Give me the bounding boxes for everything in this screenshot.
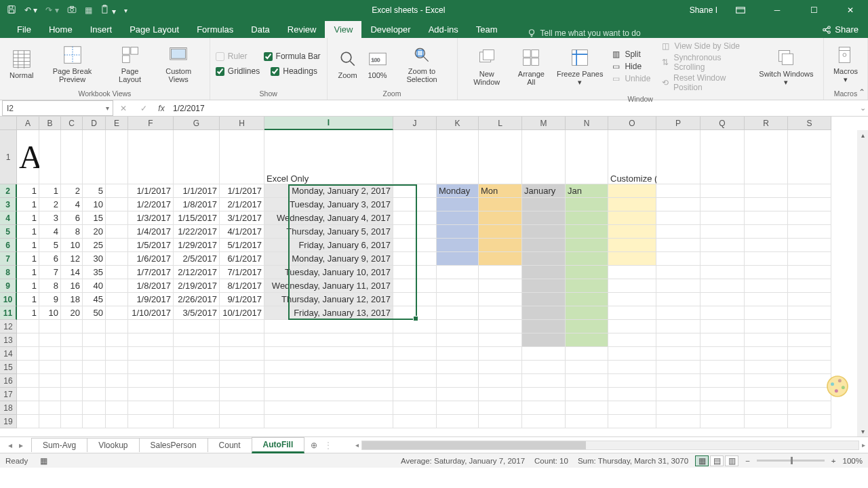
- cell[interactable]: 1: [17, 266, 39, 279]
- cell[interactable]: 1/1/2017: [174, 184, 220, 198]
- cell[interactable]: [701, 184, 745, 198]
- cell[interactable]: [745, 252, 788, 266]
- cell[interactable]: 1: [39, 184, 61, 198]
- cell[interactable]: [479, 279, 522, 293]
- cell[interactable]: [745, 184, 788, 198]
- freeze-panes-button[interactable]: Freeze Panes ▾: [552, 45, 608, 87]
- qat-icon[interactable]: ▦: [85, 5, 92, 15]
- cell[interactable]: [128, 388, 174, 401]
- share-button[interactable]: Share: [812, 21, 868, 38]
- sheet-tab-sum-avg[interactable]: Sum-Avg: [31, 438, 87, 452]
- row-header-6[interactable]: 6: [0, 239, 17, 252]
- cell[interactable]: 35: [83, 266, 106, 279]
- cell[interactable]: [745, 293, 788, 306]
- cell[interactable]: 4: [39, 225, 61, 239]
- cell[interactable]: [479, 266, 522, 279]
- cell[interactable]: 5/1/2017: [220, 239, 264, 252]
- cell[interactable]: [608, 361, 656, 374]
- cell[interactable]: [39, 388, 61, 401]
- cell[interactable]: [479, 333, 522, 347]
- cell[interactable]: [220, 347, 264, 361]
- cell[interactable]: [608, 306, 656, 320]
- cell[interactable]: [437, 388, 479, 401]
- cell[interactable]: [701, 306, 745, 320]
- cell[interactable]: 1: [17, 306, 39, 320]
- cell[interactable]: [522, 361, 566, 374]
- cell[interactable]: [745, 279, 788, 293]
- col-header-R[interactable]: R: [745, 117, 788, 130]
- scroll-down-icon[interactable]: ▾: [860, 426, 866, 436]
- cell[interactable]: 10: [61, 239, 83, 252]
- cell[interactable]: 10: [39, 306, 61, 320]
- cell[interactable]: 1/9/2017: [128, 293, 174, 306]
- cell[interactable]: [522, 225, 566, 239]
- cell[interactable]: [393, 333, 437, 347]
- cell[interactable]: [522, 279, 566, 293]
- col-header-M[interactable]: M: [522, 117, 566, 130]
- cell[interactable]: [437, 347, 479, 361]
- cell[interactable]: [128, 130, 174, 184]
- cell[interactable]: [566, 415, 608, 428]
- col-header-J[interactable]: J: [393, 117, 437, 130]
- cell[interactable]: [174, 361, 220, 374]
- row-header-12[interactable]: 12: [0, 320, 17, 333]
- cell[interactable]: [701, 279, 745, 293]
- view-page-break-icon[interactable]: ▥: [725, 455, 738, 466]
- cell[interactable]: [106, 130, 128, 184]
- cell[interactable]: 2: [39, 198, 61, 211]
- col-header-K[interactable]: K: [437, 117, 479, 130]
- cell[interactable]: [656, 415, 701, 428]
- cell[interactable]: 7: [39, 266, 61, 279]
- cell[interactable]: [61, 130, 83, 184]
- cell[interactable]: [61, 401, 83, 415]
- cell[interactable]: [566, 225, 608, 239]
- cell[interactable]: [264, 401, 393, 415]
- cell[interactable]: [788, 347, 831, 361]
- cell[interactable]: [264, 388, 393, 401]
- cell[interactable]: [437, 239, 479, 252]
- col-header-F[interactable]: F: [128, 117, 174, 130]
- col-header-P[interactable]: P: [656, 117, 701, 130]
- cell[interactable]: [608, 225, 656, 239]
- cell[interactable]: 3/1/2017: [220, 211, 264, 225]
- cell[interactable]: [17, 401, 39, 415]
- cell[interactable]: 2/12/2017: [174, 266, 220, 279]
- cell[interactable]: [522, 306, 566, 320]
- cell[interactable]: 3: [39, 211, 61, 225]
- switch-windows-button[interactable]: Switch Windows ▾: [755, 45, 818, 87]
- cell[interactable]: [220, 130, 264, 184]
- cell[interactable]: [566, 320, 608, 333]
- cell[interactable]: [61, 415, 83, 428]
- cell[interactable]: [566, 252, 608, 266]
- cell[interactable]: [17, 320, 39, 333]
- cell[interactable]: [106, 293, 128, 306]
- split-button[interactable]: ▥Split: [610, 49, 650, 60]
- cell[interactable]: [479, 388, 522, 401]
- cell[interactable]: 6: [61, 211, 83, 225]
- col-header-Q[interactable]: Q: [701, 117, 745, 130]
- cell[interactable]: [656, 401, 701, 415]
- cell[interactable]: [437, 306, 479, 320]
- cell[interactable]: 1/15/2017: [174, 211, 220, 225]
- cell[interactable]: 1/4/2017: [128, 225, 174, 239]
- cell[interactable]: [393, 415, 437, 428]
- headings-checkbox[interactable]: Headings: [271, 65, 317, 77]
- cell[interactable]: [39, 320, 61, 333]
- sheet-tab-vlookup[interactable]: Vlookup: [87, 438, 139, 452]
- col-header-L[interactable]: L: [479, 117, 522, 130]
- col-header-I[interactable]: I: [264, 117, 393, 130]
- cell[interactable]: [437, 198, 479, 211]
- cell[interactable]: [128, 361, 174, 374]
- cell[interactable]: [174, 333, 220, 347]
- cell[interactable]: [788, 239, 831, 252]
- cell[interactable]: [608, 333, 656, 347]
- cell[interactable]: [745, 198, 788, 211]
- enter-formula-icon[interactable]: ✓: [134, 104, 154, 113]
- row-header-16[interactable]: 16: [0, 374, 17, 388]
- zoom-out-icon[interactable]: −: [745, 457, 750, 465]
- sheet-nav-next-icon[interactable]: ▸: [16, 441, 26, 450]
- cell[interactable]: 8: [61, 225, 83, 239]
- cell[interactable]: [656, 320, 701, 333]
- cell[interactable]: [393, 252, 437, 266]
- cell[interactable]: 18: [61, 293, 83, 306]
